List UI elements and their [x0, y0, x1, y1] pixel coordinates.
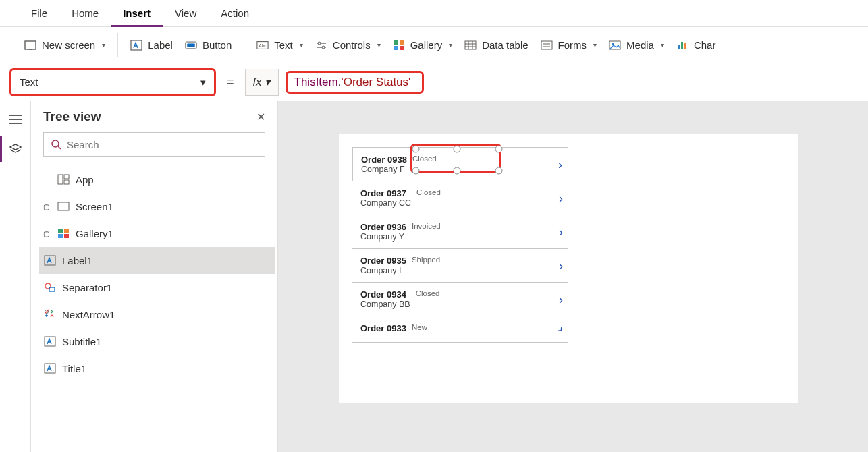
button-text: Button [202, 39, 232, 51]
svg-point-24 [612, 43, 614, 45]
tree-node-app[interactable]: App [39, 166, 275, 193]
tree-node-label1[interactable]: Label1 [39, 247, 275, 274]
menu-action[interactable]: Action [209, 0, 261, 27]
new-screen-label: New screen [42, 39, 95, 51]
token-string: 'Order Status' [341, 76, 410, 89]
tree-view-rail-button[interactable] [0, 136, 31, 162]
gallery-icon [393, 39, 405, 51]
tree-node-label: Screen1 [76, 201, 113, 213]
item-status: Closed [416, 188, 441, 196]
menu-insert[interactable]: Insert [111, 0, 163, 27]
item-title: Order 0937 [360, 188, 411, 198]
svg-rect-37 [64, 234, 69, 238]
gallery-preview[interactable]: Order 0938 Company F Closed › Order 0937… [352, 147, 568, 343]
item-subtitle: Company CC [360, 198, 411, 208]
tree-search[interactable] [43, 132, 265, 157]
label-button[interactable]: Label [130, 39, 173, 51]
tree-node-subtitle1[interactable]: Subtitle1 [39, 328, 275, 355]
canvas[interactable]: Order 0938 Company F Closed › Order 0937… [278, 101, 868, 452]
button-button[interactable]: Button [185, 39, 232, 51]
charts-label: Char [694, 39, 716, 51]
menu-view[interactable]: View [163, 0, 209, 27]
forms-icon [541, 39, 553, 51]
search-icon [51, 139, 61, 150]
item-status[interactable]: Closed [412, 154, 437, 163]
separator-icon [43, 281, 57, 294]
forms-label: Forms [558, 39, 587, 51]
gallery-item[interactable]: Order 0934 Company BB Closed › [352, 283, 568, 316]
search-input[interactable] [67, 139, 258, 150]
label-icon [43, 335, 57, 348]
token-thisitem: ThisItem [294, 76, 338, 89]
property-name: Text [20, 76, 38, 88]
media-dropdown[interactable]: Media ▾ [609, 39, 664, 51]
media-icon [609, 39, 621, 51]
data-table-icon [464, 39, 477, 51]
forms-dropdown[interactable]: Forms ▾ [541, 39, 597, 51]
tree-node-screen1[interactable]: ▢ Screen1 [39, 193, 275, 220]
property-selector[interactable]: Text ▾ [9, 68, 216, 96]
menu-home[interactable]: Home [59, 0, 111, 27]
item-title: Order 0934 [360, 289, 410, 300]
formula-input[interactable]: ThisItem.'Order Status' [294, 76, 413, 89]
chevron-right-icon[interactable]: › [559, 226, 563, 238]
chevron-right-icon[interactable]: › [559, 260, 563, 272]
item-status: Closed [416, 289, 440, 298]
screen-icon [57, 200, 70, 213]
tree-node-label: Label1 [62, 255, 92, 266]
gallery-item[interactable]: Order 0938 Company F Closed › [352, 147, 568, 181]
tree-view-panel: Tree view ✕ App ▢ Screen1 [31, 101, 278, 452]
gallery-dropdown[interactable]: Gallery ▾ [393, 39, 453, 51]
gallery-item[interactable]: Order 0937 Company CC Closed › [352, 181, 568, 215]
svg-line-29 [58, 146, 61, 149]
item-subtitle: Company I [360, 266, 406, 275]
close-icon[interactable]: ✕ [256, 111, 265, 123]
chevron-right-icon[interactable]: › [559, 192, 563, 204]
svg-rect-4 [187, 43, 194, 47]
gallery-item[interactable]: Order 0936 Company Y Invoiced › [352, 215, 568, 249]
equals-sign: = [223, 75, 238, 89]
text-label: Text [274, 39, 293, 51]
gallery-item[interactable]: Order 0933 New › [352, 316, 568, 343]
icons-icon [43, 308, 57, 321]
svg-point-10 [322, 46, 325, 49]
svg-rect-33 [58, 202, 69, 210]
svg-point-39 [45, 283, 51, 289]
gallery-label: Gallery [410, 39, 443, 51]
svg-rect-31 [64, 175, 69, 179]
tree-node-title1[interactable]: Title1 [39, 355, 275, 382]
tree-node-label: Gallery1 [76, 228, 113, 239]
text-dropdown[interactable]: Abc Text ▾ [256, 39, 303, 51]
data-table-button[interactable]: Data table [464, 39, 528, 51]
chevron-right-icon[interactable]: › [559, 293, 563, 306]
charts-dropdown[interactable]: Char [676, 39, 716, 51]
controls-label: Controls [333, 39, 371, 51]
svg-rect-13 [394, 46, 398, 50]
tree-node-gallery1[interactable]: ▢ Gallery1 [39, 220, 275, 247]
chevron-down-icon: ▾ [377, 41, 381, 49]
tree-node-separator1[interactable]: Separator1 [39, 274, 275, 301]
label-icon [130, 39, 142, 51]
tree-node-nextarrow1[interactable]: NextArrow1 [39, 301, 275, 328]
svg-point-28 [52, 140, 59, 147]
app-screen[interactable]: Order 0938 Company F Closed › Order 0937… [339, 134, 798, 403]
chevron-down-icon: ▾ [661, 41, 664, 49]
caret-icon: ▢ [43, 203, 51, 210]
fx-button[interactable]: fx ▾ [245, 69, 279, 96]
fx-label: fx [252, 76, 261, 89]
svg-rect-26 [681, 42, 683, 49]
button-icon [185, 39, 197, 51]
tree-node-label: Separator1 [62, 282, 112, 293]
chevron-down-icon: ▾ [300, 41, 303, 49]
svg-rect-27 [684, 43, 686, 49]
chevron-right-icon[interactable]: › [558, 159, 562, 171]
item-title: Order 0936 [360, 222, 406, 232]
menu-file[interactable]: File [19, 0, 59, 27]
svg-text:Abc: Abc [259, 43, 267, 47]
new-screen-button[interactable]: New screen ▾ [24, 39, 105, 51]
item-status: Invoiced [412, 222, 441, 230]
gallery-item[interactable]: Order 0935 Company I Shipped › [352, 249, 568, 283]
controls-dropdown[interactable]: Controls ▾ [315, 39, 381, 51]
hamburger-button[interactable] [0, 107, 31, 132]
label-icon [43, 254, 57, 267]
